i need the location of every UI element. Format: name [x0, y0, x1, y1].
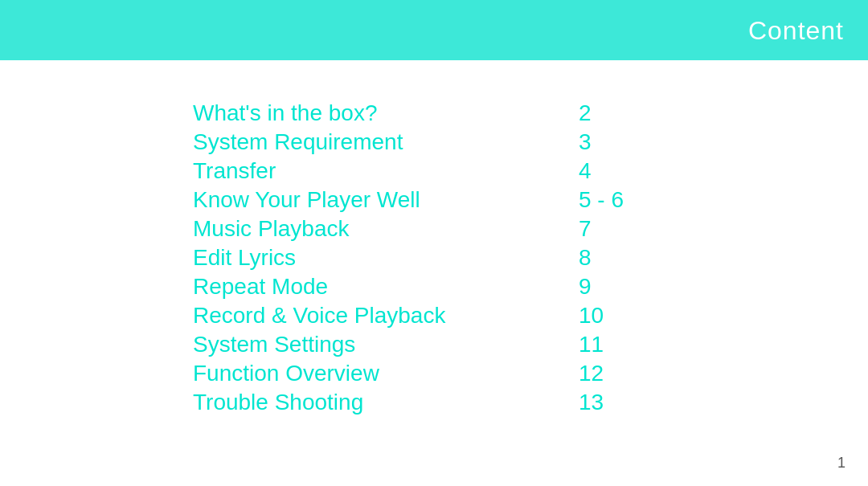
toc-label: What's in the box?: [193, 100, 579, 126]
toc-item[interactable]: Function Overview12: [193, 361, 868, 386]
toc-item[interactable]: Record & Voice Playback10: [193, 303, 868, 329]
toc-item[interactable]: System Settings11: [193, 332, 868, 357]
toc-item[interactable]: Trouble Shooting13: [193, 390, 868, 415]
toc-item[interactable]: Music Playback7: [193, 216, 868, 242]
toc-page: 10: [579, 303, 604, 329]
toc-page: 5 - 6: [579, 187, 624, 213]
toc-label: Edit Lyrics: [193, 245, 579, 271]
toc-item[interactable]: What's in the box?2: [193, 100, 868, 126]
toc-label: Repeat Mode: [193, 274, 579, 300]
toc-label: Record & Voice Playback: [193, 303, 579, 329]
top-bar: Content: [0, 0, 868, 60]
toc-item[interactable]: Transfer4: [193, 158, 868, 184]
toc-label: System Settings: [193, 332, 579, 357]
toc-item[interactable]: Edit Lyrics8: [193, 245, 868, 271]
toc-label: Know Your Player Well: [193, 187, 579, 213]
toc-label: Transfer: [193, 158, 579, 184]
toc-item[interactable]: Know Your Player Well5 - 6: [193, 187, 868, 213]
toc-page: 4: [579, 158, 592, 184]
toc-label: Music Playback: [193, 216, 579, 242]
toc-page: 12: [579, 361, 604, 386]
toc-container: What's in the box?2System Requirement3Tr…: [0, 60, 868, 415]
toc-page: 13: [579, 390, 604, 415]
toc-page: 7: [579, 216, 592, 242]
toc-page: 2: [579, 100, 592, 126]
toc-label: System Requirement: [193, 129, 579, 155]
toc-label: Trouble Shooting: [193, 390, 579, 415]
toc-page: 3: [579, 129, 592, 155]
toc-page: 11: [579, 332, 604, 357]
page-number: 1: [837, 455, 845, 472]
toc-label: Function Overview: [193, 361, 579, 386]
toc-item[interactable]: Repeat Mode9: [193, 274, 868, 300]
toc-item[interactable]: System Requirement3: [193, 129, 868, 155]
toc-page: 8: [579, 245, 592, 271]
toc-page: 9: [579, 274, 592, 300]
page-title: Content: [748, 15, 844, 45]
